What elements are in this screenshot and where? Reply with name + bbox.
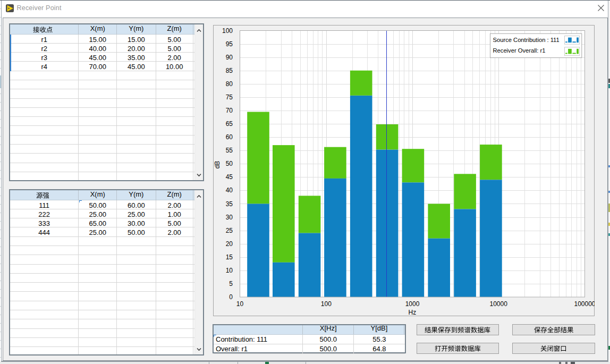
svg-text:35: 35 [226, 200, 233, 208]
svg-text:30: 30 [226, 214, 233, 221]
svg-text:80: 80 [226, 80, 233, 88]
svg-text:0: 0 [229, 293, 233, 301]
svg-text:10000: 10000 [490, 300, 508, 308]
svg-text:95: 95 [226, 40, 233, 48]
svg-text:dB: dB [214, 161, 221, 169]
svg-text:75: 75 [226, 94, 233, 101]
svg-text:100: 100 [222, 27, 233, 35]
svg-text:100: 100 [321, 300, 332, 308]
svg-text:15: 15 [226, 253, 233, 261]
svg-text:40: 40 [226, 187, 233, 194]
svg-text:60: 60 [226, 133, 233, 141]
svg-text:85: 85 [226, 67, 233, 74]
svg-text:10: 10 [226, 267, 233, 274]
svg-text:25: 25 [226, 227, 233, 234]
svg-text:70: 70 [226, 107, 233, 114]
svg-text:65: 65 [226, 120, 233, 128]
svg-text:90: 90 [226, 54, 233, 61]
svg-text:5: 5 [229, 280, 233, 287]
svg-text:Source Contribution : 111: Source Contribution : 111 [493, 37, 560, 43]
svg-text:55: 55 [226, 147, 233, 154]
svg-text:10: 10 [236, 300, 244, 308]
svg-text:20: 20 [226, 240, 233, 248]
svg-text:50: 50 [226, 160, 233, 167]
svg-text:100000: 100000 [574, 300, 595, 308]
svg-text:1000: 1000 [405, 300, 420, 308]
svg-text:45: 45 [226, 173, 233, 181]
svg-text:Receiver Overall: r1: Receiver Overall: r1 [493, 47, 546, 54]
svg-text:Hz: Hz [409, 309, 417, 316]
